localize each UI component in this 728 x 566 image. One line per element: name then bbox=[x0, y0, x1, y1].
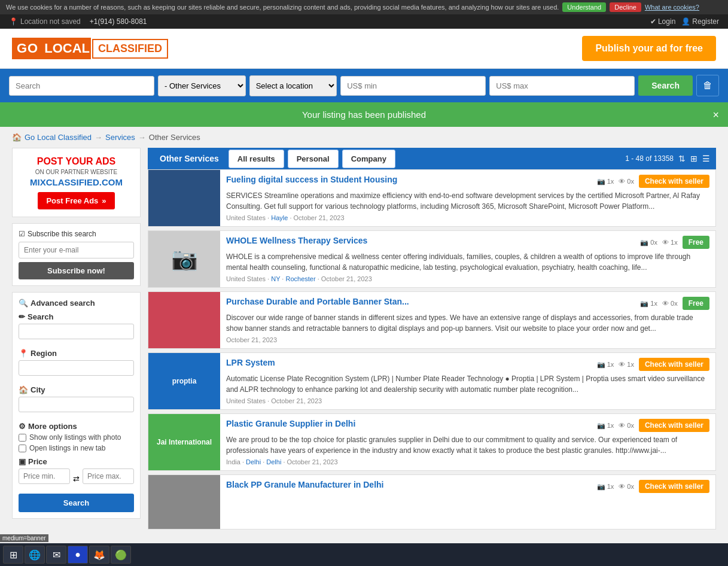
list-view-icon[interactable]: ☰ bbox=[702, 154, 710, 163]
listing-meta: 📷 1x 👁 0x Check with seller bbox=[597, 480, 709, 493]
listing-body: Purchase Durable and Portable Banner Sta… bbox=[220, 292, 715, 348]
listing-title[interactable]: Fueling digital success in Student Housi… bbox=[226, 175, 592, 184]
pin-icon: 📍 bbox=[9, 17, 18, 26]
city-input[interactable] bbox=[19, 397, 134, 412]
listing-thumbnail[interactable] bbox=[148, 292, 220, 348]
city-link[interactable]: Rochester bbox=[285, 275, 315, 282]
newtab-checkbox-row[interactable]: Open listings in new tab bbox=[19, 444, 134, 452]
listing-meta: 📷 1x 👁 0x Check with seller bbox=[597, 419, 709, 432]
price-min-sidebar[interactable] bbox=[19, 468, 70, 484]
listing-thumbnail[interactable] bbox=[148, 170, 220, 226]
clear-button[interactable]: 🗑 bbox=[696, 75, 719, 96]
tab-company[interactable]: Company bbox=[342, 150, 395, 168]
views-count: 👁 0x bbox=[662, 300, 678, 307]
check-seller-button[interactable]: Check with seller bbox=[639, 480, 709, 493]
listing-title[interactable]: LPR System bbox=[226, 358, 592, 367]
price-min-input[interactable] bbox=[340, 76, 486, 96]
subscribe-button[interactable]: Subscribe now! bbox=[19, 262, 134, 279]
price-sep-icon: ⇄ bbox=[73, 474, 80, 483]
advanced-search-title[interactable]: 🔍 Advanced search bbox=[19, 299, 134, 308]
views-count: 👁 0x bbox=[619, 483, 634, 490]
category-select[interactable]: - Other Services bbox=[158, 75, 246, 96]
city-link[interactable]: Hayle bbox=[271, 214, 288, 221]
decline-button[interactable]: Decline bbox=[610, 2, 641, 12]
newtab-checkbox[interactable] bbox=[19, 445, 26, 452]
state-link[interactable]: NY bbox=[271, 275, 280, 282]
listing-meta: 📷 1x 👁 1x Check with seller bbox=[597, 358, 709, 371]
logo-classified: CLASSIFIED bbox=[92, 39, 168, 59]
adv-search-button[interactable]: Search bbox=[19, 494, 134, 512]
photo-checkbox-row[interactable]: Show only listings with photo bbox=[19, 433, 134, 442]
publish-button[interactable]: Publish your ad for free bbox=[582, 36, 716, 61]
listing-thumbnail[interactable]: Jai International bbox=[148, 414, 220, 470]
check-seller-button[interactable]: Check with seller bbox=[639, 358, 709, 371]
sep2: → bbox=[138, 133, 146, 142]
understand-button[interactable]: Understand bbox=[562, 2, 606, 12]
listing-thumbnail[interactable]: proptia bbox=[148, 353, 220, 409]
listing-title[interactable]: Black PP Granule Manufacturer in Delhi bbox=[226, 480, 592, 489]
state-link[interactable]: Delhi bbox=[246, 458, 261, 465]
listing-description: We are proud to be the top choice for pl… bbox=[226, 434, 709, 456]
price-max-sidebar[interactable] bbox=[83, 468, 134, 484]
listing-location: United States bbox=[226, 214, 266, 221]
site-link[interactable]: Go Local Classified bbox=[25, 133, 92, 142]
phone-number: +1(914) 580-8081 bbox=[90, 17, 147, 26]
listing-item: proptia LPR System 📷 1x 👁 1x Check with … bbox=[148, 352, 716, 410]
camera-count: 📷 1x bbox=[597, 483, 614, 491]
listing-item: Jai International Plastic Granule Suppli… bbox=[148, 413, 716, 471]
region-input[interactable] bbox=[19, 360, 134, 376]
listing-title[interactable]: Plastic Granule Supplier in Delhi bbox=[226, 419, 592, 428]
listing-item: Purchase Durable and Portable Banner Sta… bbox=[148, 291, 716, 349]
price-max-input[interactable] bbox=[489, 76, 635, 96]
register-link[interactable]: 👤 Register bbox=[681, 17, 719, 26]
price-icon: ▣ bbox=[19, 457, 26, 466]
login-link[interactable]: ✔ Login bbox=[650, 17, 675, 26]
listing-title[interactable]: Purchase Durable and Portable Banner Sta… bbox=[226, 297, 635, 306]
listing-body: LPR System 📷 1x 👁 1x Check with seller A… bbox=[220, 353, 715, 409]
free-badge: Free bbox=[683, 236, 709, 249]
cookie-bar: We use cookies for a number of reasons, … bbox=[0, 0, 728, 14]
subscribe-icon: ☑ bbox=[19, 230, 25, 238]
tab-personal[interactable]: Personal bbox=[288, 150, 339, 168]
grid-view-icon[interactable]: ⊞ bbox=[690, 154, 697, 163]
listing-meta: 📷 1x 👁 0x Free bbox=[640, 297, 709, 310]
listing-description: Automatic License Plate Recognition Syst… bbox=[226, 373, 709, 395]
views-count: 👁 0x bbox=[619, 178, 634, 185]
listing-thumbnail[interactable] bbox=[148, 475, 220, 529]
search-button[interactable]: Search bbox=[638, 75, 693, 96]
home-link[interactable]: 🏠 bbox=[12, 133, 22, 142]
logo-go: GO bbox=[12, 38, 43, 59]
listing-item: Fueling digital success in Student Housi… bbox=[148, 169, 716, 227]
logo[interactable]: GO LOCAL CLASSIFIED bbox=[12, 38, 168, 59]
post-free-ads-button[interactable]: Post Free Ads » bbox=[38, 192, 114, 209]
subscribe-section: ☑ Subscribe this search Subscribe now! bbox=[12, 223, 141, 286]
sidebar: POST YOUR ADS ON OUR PARTNER WEBSITE MIX… bbox=[12, 148, 141, 533]
logo-local: LOCAL bbox=[43, 38, 91, 59]
location-label[interactable]: 📍 Location not saved bbox=[9, 17, 81, 26]
main-layout: POST YOUR ADS ON OUR PARTNER WEBSITE MIX… bbox=[0, 148, 728, 545]
listing-date: October 21, 2023 bbox=[226, 336, 277, 343]
sort-icon[interactable]: ⇅ bbox=[678, 154, 686, 163]
listing-description: SERVICES Streamline operations and maxim… bbox=[226, 190, 709, 212]
photo-checkbox[interactable] bbox=[19, 434, 26, 442]
listing-date: October 21, 2023 bbox=[321, 275, 372, 282]
listing-location-row: India · Delhi · Delhi · October 21, 2023 bbox=[226, 458, 709, 465]
location-select[interactable]: Select a location bbox=[249, 75, 337, 96]
adv-search-input[interactable] bbox=[19, 324, 134, 339]
listings-container: Fueling digital success in Student Housi… bbox=[148, 169, 716, 530]
city-link[interactable]: Delhi bbox=[266, 458, 281, 465]
check-seller-button[interactable]: Check with seller bbox=[639, 419, 709, 432]
listing-thumbnail[interactable]: 📷 bbox=[148, 231, 220, 287]
arrow-icon: » bbox=[102, 196, 106, 205]
listing-body: Fueling digital success in Student Housi… bbox=[220, 170, 715, 226]
what-are-cookies-link[interactable]: What are cookies? bbox=[645, 4, 699, 11]
search-input[interactable] bbox=[9, 76, 154, 96]
check-seller-button[interactable]: Check with seller bbox=[639, 175, 709, 188]
tab-all-results[interactable]: All results bbox=[229, 150, 284, 168]
listing-meta: 📷 0x 👁 1x Free bbox=[640, 236, 709, 249]
services-link[interactable]: Services bbox=[105, 133, 135, 142]
subscribe-email-input[interactable] bbox=[19, 242, 134, 258]
close-banner-button[interactable]: × bbox=[712, 108, 719, 121]
results-count: 1 - 48 of 13358 bbox=[625, 154, 674, 163]
listing-title[interactable]: WHOLE Wellness Therapy Services bbox=[226, 236, 635, 245]
